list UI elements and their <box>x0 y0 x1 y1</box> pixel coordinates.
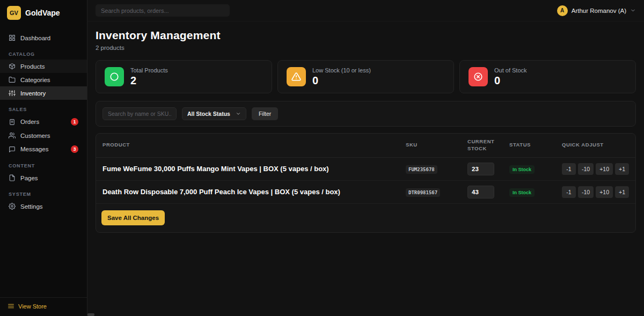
circle-x-icon <box>473 72 483 82</box>
topbar: A Arthur Romanov (A) <box>87 0 644 21</box>
sidebar-item-label: Orders <box>20 119 39 125</box>
file-icon <box>9 174 16 181</box>
stat-label: Out of Stock <box>494 67 527 74</box>
stat-label: Low Stock (10 or less) <box>312 67 371 74</box>
folder-icon <box>9 76 16 83</box>
table-header-row: PRODUCT SKU CURRENT STOCK STATUS QUICK A… <box>96 134 635 157</box>
menu-icon <box>8 303 14 310</box>
status-badge: In Stock <box>509 165 535 174</box>
stock-input[interactable] <box>467 163 494 175</box>
user-menu[interactable]: A Arthur Romanov (A) <box>557 5 636 16</box>
filter-button[interactable]: Filter <box>252 107 278 120</box>
brand: GV GoldVape <box>0 0 87 27</box>
sidebar-item-orders[interactable]: Orders 1 <box>0 115 87 129</box>
inventory-search-input[interactable] <box>103 107 177 120</box>
stat-value: 0 <box>312 75 371 86</box>
section-label-content: CONTENT <box>0 156 87 171</box>
stock-input[interactable] <box>467 186 494 199</box>
total-products-icon <box>105 67 124 86</box>
sidebar-item-label: Settings <box>20 203 43 210</box>
product-name: Fume WeFume 30,000 Puffs Mango Mint Vape… <box>96 157 399 180</box>
quick-adjust-group: -1 -10 +10 +1 <box>562 163 629 175</box>
sidebar-item-pages[interactable]: Pages <box>0 171 87 185</box>
adjust-minus-1-button[interactable]: -1 <box>562 163 576 175</box>
sidebar-item-label: Customers <box>20 133 50 139</box>
sliders-icon <box>9 90 16 97</box>
user-name: Arthur Romanov (A) <box>572 8 626 14</box>
stock-status-value: All Stock Status <box>187 111 230 117</box>
sidebar-item-categories[interactable]: Categories <box>0 73 87 86</box>
stats-row: Total Products 2 Low Stock (10 or less) … <box>96 60 636 93</box>
dashboard-icon <box>9 34 16 41</box>
sidebar-item-customers[interactable]: Customers <box>0 129 87 142</box>
product-sku: FUM235678 <box>406 165 437 174</box>
scrollbar-thumb[interactable] <box>87 313 94 316</box>
chevron-down-icon <box>236 111 241 116</box>
users-icon <box>9 132 16 139</box>
clipboard-icon <box>9 119 16 126</box>
sidebar-item-dashboard[interactable]: Dashboard <box>0 31 87 45</box>
stat-label: Total Products <box>130 67 168 74</box>
col-header-status: STATUS <box>503 134 555 157</box>
sidebar: GV GoldVape Dashboard CATALOG Products C… <box>0 0 87 316</box>
stat-card-total-products: Total Products 2 <box>96 60 272 93</box>
main-area: A Arthur Romanov (A) Inventory Managemen… <box>87 0 644 316</box>
quick-adjust-group: -1 -10 +10 +1 <box>562 186 629 198</box>
sidebar-item-label: Pages <box>20 175 38 181</box>
stat-card-low-stock: Low Stock (10 or less) 0 <box>277 60 454 93</box>
page-content: Inventory Management 2 products Total Pr… <box>87 21 644 316</box>
sidebar-item-label: Inventory <box>20 90 46 97</box>
inventory-table: PRODUCT SKU CURRENT STOCK STATUS QUICK A… <box>96 134 635 204</box>
adjust-plus-10-button[interactable]: +10 <box>596 186 613 198</box>
adjust-minus-10-button[interactable]: -10 <box>578 186 594 198</box>
product-name: Death Row Disposable 7,000 Puff Peach Ic… <box>96 180 399 203</box>
sidebar-item-label: Categories <box>20 77 50 83</box>
messages-badge: 3 <box>71 145 78 153</box>
view-store-label: View Store <box>18 303 47 310</box>
adjust-plus-1-button[interactable]: +1 <box>615 163 629 175</box>
sidebar-item-inventory[interactable]: Inventory <box>0 86 87 100</box>
section-label-system: SYSTEM <box>0 185 87 200</box>
horizontal-scrollbar[interactable] <box>87 313 644 316</box>
warning-triangle-icon <box>291 72 301 82</box>
sidebar-item-messages[interactable]: Messages 3 <box>0 142 87 156</box>
page-title: Inventory Management <box>96 29 636 42</box>
adjust-minus-10-button[interactable]: -10 <box>578 163 594 175</box>
adjust-plus-10-button[interactable]: +10 <box>596 163 613 175</box>
orders-badge: 1 <box>71 118 78 126</box>
product-sku: DTR0981567 <box>406 188 440 197</box>
app-root: GV GoldVape Dashboard CATALOG Products C… <box>0 0 644 316</box>
stat-value: 2 <box>130 75 168 86</box>
stat-value: 0 <box>494 75 527 86</box>
table-row: Fume WeFume 30,000 Puffs Mango Mint Vape… <box>96 157 635 180</box>
col-header-product: PRODUCT <box>96 134 399 157</box>
brand-name: GoldVape <box>25 9 60 17</box>
chat-icon <box>9 146 16 153</box>
status-badge: In Stock <box>509 188 535 197</box>
brand-logo: GV <box>7 6 21 20</box>
sidebar-item-products[interactable]: Products <box>0 60 87 73</box>
sidebar-item-settings[interactable]: Settings <box>0 200 87 213</box>
stock-status-select[interactable]: All Stock Status <box>182 107 246 120</box>
sidebar-nav: Dashboard CATALOG Products Categories In… <box>0 27 87 297</box>
chevron-down-icon <box>630 8 636 13</box>
section-label-sales: SALES <box>0 100 87 115</box>
adjust-minus-1-button[interactable]: -1 <box>562 186 576 198</box>
sidebar-item-label: Products <box>20 63 45 70</box>
adjust-plus-1-button[interactable]: +1 <box>615 186 629 198</box>
out-of-stock-icon <box>469 67 488 86</box>
section-label-catalog: CATALOG <box>0 45 87 60</box>
low-stock-icon <box>287 67 306 86</box>
avatar: A <box>557 5 568 16</box>
global-search-input[interactable] <box>96 4 230 17</box>
table-row: Death Row Disposable 7,000 Puff Peach Ic… <box>96 180 635 203</box>
page-subtitle: 2 products <box>96 45 636 51</box>
save-all-changes-button[interactable]: Save All Changes <box>101 210 165 225</box>
col-header-current-stock: CURRENT STOCK <box>461 134 503 157</box>
col-header-sku: SKU <box>399 134 461 157</box>
circle-icon <box>109 72 119 82</box>
filter-bar: All Stock Status Filter <box>96 101 636 127</box>
view-store-link[interactable]: View Store <box>0 297 87 316</box>
stat-card-out-of-stock: Out of Stock 0 <box>459 60 636 93</box>
gear-icon <box>9 203 16 210</box>
